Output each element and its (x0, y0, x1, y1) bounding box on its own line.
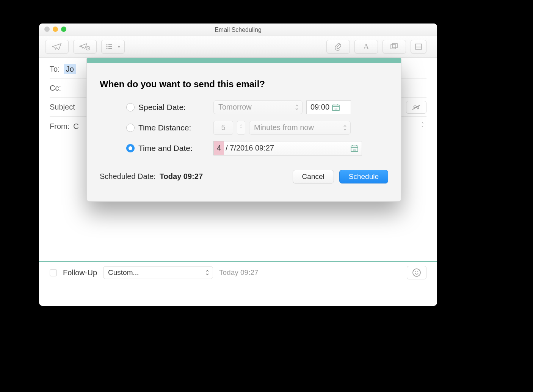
radio-time-and-date[interactable] (126, 144, 135, 152)
subject-label: Subject (50, 103, 75, 111)
time-distance-value[interactable]: 5 (213, 121, 233, 135)
followup-label: Follow-Up (63, 268, 97, 277)
time-distance-stepper[interactable]: ˄ ˅ (237, 121, 245, 135)
svg-point-1 (106, 44, 107, 45)
send-button[interactable] (45, 40, 69, 53)
time-and-date-input[interactable]: 4 / 7/2016 09:27 10 (213, 141, 362, 155)
chevron-down-icon: ˅ (419, 127, 426, 129)
select-stepper-icon (343, 124, 347, 131)
letter-a-icon: A (363, 42, 369, 52)
time-and-date-label: Time and Date: (138, 144, 193, 153)
emoji-icon (412, 268, 421, 277)
svg-rect-7 (391, 45, 396, 49)
svg-point-5 (106, 48, 107, 49)
compose-window: Email Scheduling ▾ A (39, 24, 437, 306)
to-label: To: (50, 65, 60, 74)
select-stepper-icon (205, 269, 210, 276)
radio-time-distance[interactable] (126, 124, 135, 132)
special-date-time-input[interactable]: 09:00 10 (306, 100, 351, 114)
chevron-down-icon: ˅ (237, 128, 245, 130)
followup-select[interactable]: Custom... (103, 266, 213, 279)
svg-point-3 (106, 46, 107, 47)
close-window-button[interactable] (44, 27, 50, 32)
list-options-button[interactable]: ▾ (101, 40, 125, 53)
paper-plane-icon (52, 43, 62, 50)
to-recipient-chip[interactable]: Jo (64, 64, 76, 74)
send-later-button[interactable] (73, 40, 97, 53)
from-value: C (73, 122, 78, 131)
panel-icon (415, 44, 422, 50)
cc-label: Cc: (50, 84, 61, 93)
time-distance-label: Time Distance: (138, 123, 191, 132)
footer-time-text: Today 09:27 (219, 268, 259, 277)
from-label: From: (50, 122, 69, 131)
zoom-window-button[interactable] (61, 27, 66, 32)
special-date-time-value: 09:00 (310, 103, 329, 111)
svg-rect-2 (108, 44, 112, 45)
schedule-modal: When do you want to send this email? Spe… (86, 58, 401, 202)
from-account-stepper[interactable]: ˄ ˅ (419, 121, 426, 132)
emoji-picker-button[interactable] (407, 266, 426, 279)
svg-text:10: 10 (334, 107, 337, 110)
followup-checkbox[interactable] (50, 269, 57, 276)
paper-plane-clock-icon (79, 43, 91, 50)
toolbar: ▾ A (39, 36, 437, 58)
window-title: Email Scheduling (215, 27, 262, 33)
list-icon (106, 44, 116, 50)
no-encryption-icon (412, 104, 421, 111)
minimize-window-button[interactable] (53, 27, 58, 32)
footer-bar: Follow-Up Custom... Today 09:27 (39, 262, 437, 283)
panel-button[interactable] (411, 40, 426, 53)
schedule-button[interactable]: Schedule (339, 170, 388, 183)
svg-rect-4 (108, 46, 112, 47)
chevron-down-icon: ▾ (118, 44, 120, 49)
radio-special-date[interactable] (126, 103, 135, 111)
titlebar: Email Scheduling (39, 24, 437, 36)
calendar-icon[interactable]: 10 (350, 144, 359, 152)
overlap-windows-icon (390, 43, 398, 50)
modal-heading: When do you want to send this email? (100, 79, 388, 89)
cancel-button[interactable]: Cancel (293, 170, 334, 183)
special-date-label: Special Date: (138, 103, 186, 112)
followup-select-value: Custom... (108, 268, 139, 277)
svg-point-12 (413, 269, 420, 276)
special-date-select-value: Tomorrow (218, 103, 252, 111)
time-distance-units-select[interactable]: Minutes from now (249, 121, 351, 135)
date-rest-segment[interactable]: / 7/2016 09:27 (224, 141, 276, 155)
scheduled-date-label: Scheduled Date: (100, 172, 156, 181)
window-layout-button[interactable] (383, 40, 406, 53)
encryption-toggle-button[interactable] (406, 101, 426, 114)
svg-rect-8 (392, 44, 397, 48)
select-stepper-icon (295, 104, 299, 111)
svg-text:10: 10 (353, 148, 356, 151)
paperclip-icon (334, 42, 342, 51)
svg-rect-6 (108, 48, 112, 49)
date-month-segment[interactable]: 4 (214, 141, 224, 155)
special-date-select[interactable]: Tomorrow (213, 100, 303, 114)
time-distance-units-value: Minutes from now (254, 123, 314, 132)
svg-rect-9 (415, 44, 422, 49)
calendar-icon: 10 (332, 103, 340, 111)
format-button[interactable]: A (354, 40, 378, 53)
scheduled-date-value: Today 09:27 (160, 172, 203, 181)
attach-button[interactable] (326, 40, 350, 53)
